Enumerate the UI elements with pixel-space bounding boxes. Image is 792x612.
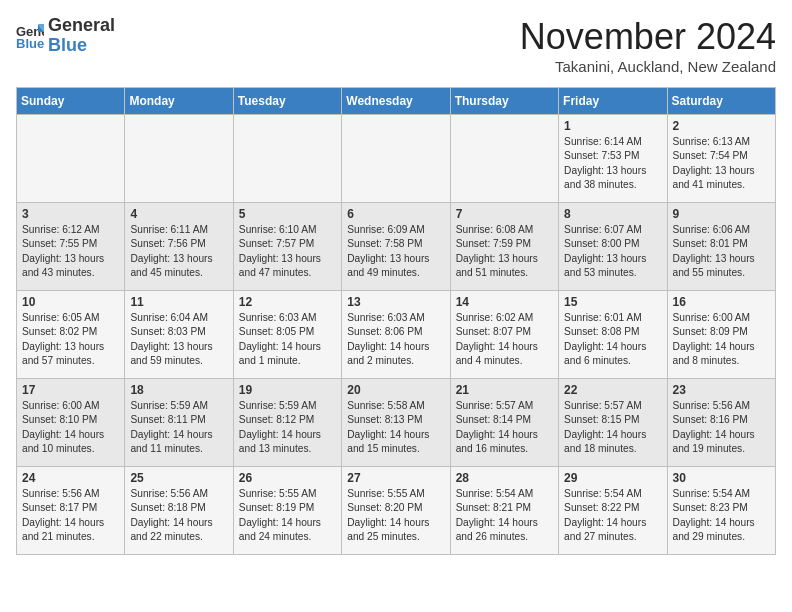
day-info: Sunrise: 5:56 AM Sunset: 8:17 PM Dayligh… bbox=[22, 487, 119, 544]
day-number: 6 bbox=[347, 207, 444, 221]
calendar-cell: 23Sunrise: 5:56 AM Sunset: 8:16 PM Dayli… bbox=[667, 379, 775, 467]
calendar-cell bbox=[233, 115, 341, 203]
day-info: Sunrise: 6:13 AM Sunset: 7:54 PM Dayligh… bbox=[673, 135, 770, 192]
day-info: Sunrise: 6:00 AM Sunset: 8:10 PM Dayligh… bbox=[22, 399, 119, 456]
day-info: Sunrise: 6:08 AM Sunset: 7:59 PM Dayligh… bbox=[456, 223, 553, 280]
calendar-week-4: 17Sunrise: 6:00 AM Sunset: 8:10 PM Dayli… bbox=[17, 379, 776, 467]
calendar-cell: 9Sunrise: 6:06 AM Sunset: 8:01 PM Daylig… bbox=[667, 203, 775, 291]
day-info: Sunrise: 5:59 AM Sunset: 8:12 PM Dayligh… bbox=[239, 399, 336, 456]
calendar-cell: 27Sunrise: 5:55 AM Sunset: 8:20 PM Dayli… bbox=[342, 467, 450, 555]
day-number: 4 bbox=[130, 207, 227, 221]
calendar-cell: 21Sunrise: 5:57 AM Sunset: 8:14 PM Dayli… bbox=[450, 379, 558, 467]
day-number: 19 bbox=[239, 383, 336, 397]
calendar-cell: 1Sunrise: 6:14 AM Sunset: 7:53 PM Daylig… bbox=[559, 115, 667, 203]
calendar-cell: 30Sunrise: 5:54 AM Sunset: 8:23 PM Dayli… bbox=[667, 467, 775, 555]
calendar-cell: 12Sunrise: 6:03 AM Sunset: 8:05 PM Dayli… bbox=[233, 291, 341, 379]
day-number: 23 bbox=[673, 383, 770, 397]
day-number: 12 bbox=[239, 295, 336, 309]
day-number: 16 bbox=[673, 295, 770, 309]
calendar-cell: 2Sunrise: 6:13 AM Sunset: 7:54 PM Daylig… bbox=[667, 115, 775, 203]
calendar-cell: 26Sunrise: 5:55 AM Sunset: 8:19 PM Dayli… bbox=[233, 467, 341, 555]
calendar-cell: 4Sunrise: 6:11 AM Sunset: 7:56 PM Daylig… bbox=[125, 203, 233, 291]
svg-text:Blue: Blue bbox=[16, 36, 44, 50]
day-number: 11 bbox=[130, 295, 227, 309]
header-monday: Monday bbox=[125, 88, 233, 115]
header-sunday: Sunday bbox=[17, 88, 125, 115]
day-info: Sunrise: 6:07 AM Sunset: 8:00 PM Dayligh… bbox=[564, 223, 661, 280]
day-number: 20 bbox=[347, 383, 444, 397]
day-number: 18 bbox=[130, 383, 227, 397]
day-info: Sunrise: 5:56 AM Sunset: 8:16 PM Dayligh… bbox=[673, 399, 770, 456]
calendar-cell: 14Sunrise: 6:02 AM Sunset: 8:07 PM Dayli… bbox=[450, 291, 558, 379]
day-number: 24 bbox=[22, 471, 119, 485]
calendar-cell: 24Sunrise: 5:56 AM Sunset: 8:17 PM Dayli… bbox=[17, 467, 125, 555]
calendar-cell: 29Sunrise: 5:54 AM Sunset: 8:22 PM Dayli… bbox=[559, 467, 667, 555]
logo: General Blue General Blue bbox=[16, 16, 115, 56]
day-number: 7 bbox=[456, 207, 553, 221]
day-number: 27 bbox=[347, 471, 444, 485]
month-title: November 2024 bbox=[520, 16, 776, 58]
header-thursday: Thursday bbox=[450, 88, 558, 115]
calendar-table: SundayMondayTuesdayWednesdayThursdayFrid… bbox=[16, 87, 776, 555]
day-number: 9 bbox=[673, 207, 770, 221]
day-info: Sunrise: 5:55 AM Sunset: 8:19 PM Dayligh… bbox=[239, 487, 336, 544]
day-info: Sunrise: 6:02 AM Sunset: 8:07 PM Dayligh… bbox=[456, 311, 553, 368]
calendar-cell: 19Sunrise: 5:59 AM Sunset: 8:12 PM Dayli… bbox=[233, 379, 341, 467]
calendar-cell: 13Sunrise: 6:03 AM Sunset: 8:06 PM Dayli… bbox=[342, 291, 450, 379]
day-info: Sunrise: 5:58 AM Sunset: 8:13 PM Dayligh… bbox=[347, 399, 444, 456]
calendar-cell: 22Sunrise: 5:57 AM Sunset: 8:15 PM Dayli… bbox=[559, 379, 667, 467]
day-info: Sunrise: 5:54 AM Sunset: 8:23 PM Dayligh… bbox=[673, 487, 770, 544]
day-number: 13 bbox=[347, 295, 444, 309]
header-tuesday: Tuesday bbox=[233, 88, 341, 115]
calendar-cell: 11Sunrise: 6:04 AM Sunset: 8:03 PM Dayli… bbox=[125, 291, 233, 379]
day-info: Sunrise: 5:59 AM Sunset: 8:11 PM Dayligh… bbox=[130, 399, 227, 456]
calendar-cell: 15Sunrise: 6:01 AM Sunset: 8:08 PM Dayli… bbox=[559, 291, 667, 379]
calendar-week-1: 1Sunrise: 6:14 AM Sunset: 7:53 PM Daylig… bbox=[17, 115, 776, 203]
calendar-cell: 18Sunrise: 5:59 AM Sunset: 8:11 PM Dayli… bbox=[125, 379, 233, 467]
calendar-cell: 7Sunrise: 6:08 AM Sunset: 7:59 PM Daylig… bbox=[450, 203, 558, 291]
day-info: Sunrise: 6:03 AM Sunset: 8:06 PM Dayligh… bbox=[347, 311, 444, 368]
header-saturday: Saturday bbox=[667, 88, 775, 115]
day-info: Sunrise: 5:55 AM Sunset: 8:20 PM Dayligh… bbox=[347, 487, 444, 544]
day-info: Sunrise: 6:05 AM Sunset: 8:02 PM Dayligh… bbox=[22, 311, 119, 368]
day-info: Sunrise: 5:54 AM Sunset: 8:21 PM Dayligh… bbox=[456, 487, 553, 544]
calendar-cell bbox=[342, 115, 450, 203]
day-number: 22 bbox=[564, 383, 661, 397]
calendar-cell bbox=[125, 115, 233, 203]
day-number: 1 bbox=[564, 119, 661, 133]
day-number: 28 bbox=[456, 471, 553, 485]
generalblue-icon: General Blue bbox=[16, 22, 44, 50]
header-wednesday: Wednesday bbox=[342, 88, 450, 115]
calendar-cell: 20Sunrise: 5:58 AM Sunset: 8:13 PM Dayli… bbox=[342, 379, 450, 467]
day-number: 15 bbox=[564, 295, 661, 309]
calendar-cell: 17Sunrise: 6:00 AM Sunset: 8:10 PM Dayli… bbox=[17, 379, 125, 467]
title-area: November 2024 Takanini, Auckland, New Ze… bbox=[520, 16, 776, 75]
calendar-header-row: SundayMondayTuesdayWednesdayThursdayFrid… bbox=[17, 88, 776, 115]
day-info: Sunrise: 5:57 AM Sunset: 8:15 PM Dayligh… bbox=[564, 399, 661, 456]
day-number: 8 bbox=[564, 207, 661, 221]
day-info: Sunrise: 5:54 AM Sunset: 8:22 PM Dayligh… bbox=[564, 487, 661, 544]
calendar-cell bbox=[17, 115, 125, 203]
calendar-cell: 16Sunrise: 6:00 AM Sunset: 8:09 PM Dayli… bbox=[667, 291, 775, 379]
calendar-cell: 10Sunrise: 6:05 AM Sunset: 8:02 PM Dayli… bbox=[17, 291, 125, 379]
location-subtitle: Takanini, Auckland, New Zealand bbox=[520, 58, 776, 75]
logo-blue: Blue bbox=[48, 36, 115, 56]
day-number: 21 bbox=[456, 383, 553, 397]
logo-general: General bbox=[48, 16, 115, 36]
day-number: 17 bbox=[22, 383, 119, 397]
header: General Blue General Blue November 2024 … bbox=[16, 16, 776, 75]
day-number: 30 bbox=[673, 471, 770, 485]
day-number: 5 bbox=[239, 207, 336, 221]
day-number: 2 bbox=[673, 119, 770, 133]
day-info: Sunrise: 5:56 AM Sunset: 8:18 PM Dayligh… bbox=[130, 487, 227, 544]
calendar-cell: 8Sunrise: 6:07 AM Sunset: 8:00 PM Daylig… bbox=[559, 203, 667, 291]
calendar-cell: 5Sunrise: 6:10 AM Sunset: 7:57 PM Daylig… bbox=[233, 203, 341, 291]
header-friday: Friday bbox=[559, 88, 667, 115]
day-info: Sunrise: 6:01 AM Sunset: 8:08 PM Dayligh… bbox=[564, 311, 661, 368]
day-number: 25 bbox=[130, 471, 227, 485]
day-number: 26 bbox=[239, 471, 336, 485]
day-number: 14 bbox=[456, 295, 553, 309]
day-number: 29 bbox=[564, 471, 661, 485]
calendar-week-5: 24Sunrise: 5:56 AM Sunset: 8:17 PM Dayli… bbox=[17, 467, 776, 555]
day-info: Sunrise: 6:11 AM Sunset: 7:56 PM Dayligh… bbox=[130, 223, 227, 280]
